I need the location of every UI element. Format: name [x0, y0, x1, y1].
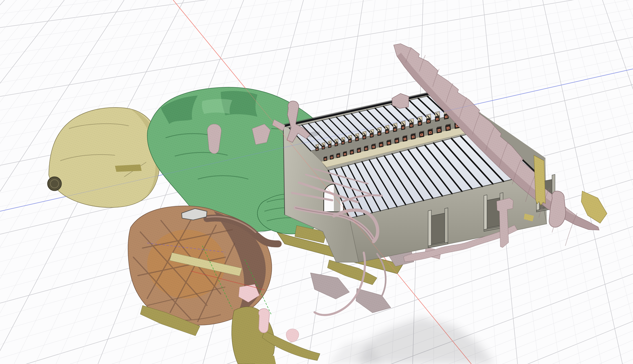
terminal-dot [338, 156, 339, 156]
terminal-dot [421, 134, 422, 135]
battery-cell-terminal[interactable] [350, 149, 354, 154]
terminal-dot [446, 116, 447, 117]
battery-cell-terminal[interactable] [437, 126, 442, 133]
terminal-dot [413, 136, 414, 137]
terminal-dot [379, 133, 380, 134]
terminal-dot [323, 148, 324, 148]
grid-line [0, 236, 633, 364]
battery-cell-terminal[interactable] [385, 125, 389, 134]
mustard-strip[interactable] [534, 155, 545, 205]
cover-emblem [48, 177, 61, 190]
terminal-dot [428, 121, 429, 122]
terminal-dot [345, 154, 345, 154]
grid-line [0, 246, 633, 364]
terminal-dot [396, 140, 397, 142]
terminal-dot [404, 138, 405, 140]
terminal-dot [403, 127, 403, 128]
grid-line [0, 0, 633, 55]
terminal-dot [325, 159, 326, 160]
battery-cell-terminal[interactable] [324, 156, 327, 161]
terminal-dot [448, 128, 449, 128]
terminal-dot [381, 145, 382, 146]
grid-line [567, 0, 633, 364]
battery-cell-terminal[interactable] [370, 129, 374, 138]
battery-cell-terminal[interactable] [355, 133, 359, 141]
terminal-dot [358, 150, 359, 151]
battery-cell-terminal[interactable] [357, 147, 361, 153]
battery-cell-terminal[interactable] [322, 142, 325, 150]
grid-line [0, 284, 633, 364]
terminal-dot [411, 125, 412, 126]
terminal-dot [388, 142, 389, 144]
battery-cell-terminal[interactable] [364, 145, 368, 151]
battery-cell-terminal[interactable] [393, 123, 397, 132]
terminal-dot [329, 146, 330, 146]
grid-line [0, 0, 633, 14]
grid-line [0, 0, 633, 28]
battery-cell-terminal[interactable] [394, 137, 399, 144]
grid-line [578, 0, 633, 364]
battery-cell-terminal[interactable] [315, 144, 319, 151]
grid-line [0, 0, 17, 364]
terminal-dot [419, 123, 420, 124]
grid-line [0, 0, 633, 41]
battery-cell-terminal[interactable] [371, 143, 376, 149]
battery-cell-terminal[interactable] [418, 116, 423, 126]
grid-line [0, 0, 52, 364]
grid-line [0, 0, 633, 83]
battery-cell-terminal[interactable] [341, 137, 345, 145]
terminal-dot [366, 148, 367, 149]
terminal-dot [394, 129, 395, 130]
terminal-dot [331, 157, 332, 158]
battery-cell-terminal[interactable] [401, 121, 405, 130]
battery-cell-terminal[interactable] [428, 128, 433, 136]
scanned-engine-cover[interactable] [48, 108, 160, 208]
battery-cell-terminal[interactable] [419, 131, 424, 138]
battery-cell-terminal[interactable] [348, 135, 352, 143]
terminal-dot [357, 139, 357, 140]
battery-cell-terminal[interactable] [411, 133, 416, 140]
battery-cell-terminal[interactable] [409, 118, 414, 128]
battery-cell-terminal[interactable] [330, 154, 334, 160]
grid-line [590, 0, 633, 364]
terminal-dot [317, 149, 318, 150]
grid-line [0, 0, 633, 69]
terminal-dot [352, 152, 352, 153]
terminal-dot [349, 141, 350, 142]
battery-cell-terminal[interactable] [362, 131, 366, 140]
terminal-dot [364, 137, 365, 138]
battery-cell-terminal[interactable] [403, 135, 407, 142]
battery-cell-terminal[interactable] [343, 151, 347, 156]
cad-3d-viewport[interactable] [0, 0, 633, 364]
terminal-dot [387, 131, 387, 132]
battery-cell-terminal[interactable] [377, 127, 381, 136]
olive-shard-right[interactable] [581, 191, 607, 223]
terminal-dot [343, 142, 343, 143]
terminal-dot [336, 144, 337, 145]
grid-line [0, 0, 633, 110]
battery-cell-terminal[interactable] [336, 153, 340, 158]
pink-capsule-shard[interactable] [259, 309, 270, 333]
terminal-dot [437, 119, 438, 120]
terminal-dot [430, 132, 431, 133]
battery-cell-terminal[interactable] [335, 139, 338, 146]
terminal-dot [439, 130, 440, 131]
grid-line [602, 0, 633, 364]
scan-block-on-rim[interactable] [392, 94, 409, 108]
battery-cell-terminal[interactable] [387, 140, 391, 146]
terminal-dot [373, 146, 374, 148]
battery-cell-terminal[interactable] [379, 142, 383, 148]
battery-cell-terminal[interactable] [328, 141, 332, 148]
battery-cell-terminal[interactable] [445, 124, 451, 131]
terminal-dot [371, 135, 372, 136]
